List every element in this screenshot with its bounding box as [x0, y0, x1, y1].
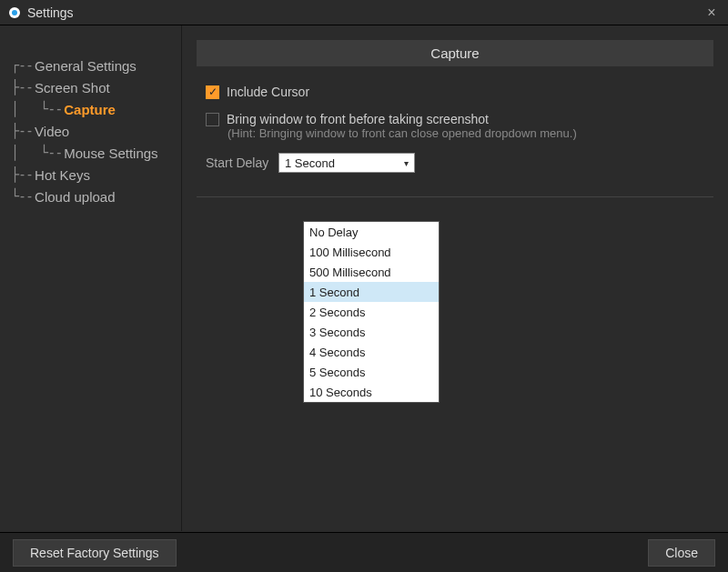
tree-branch: ┌-- — [11, 57, 33, 74]
sidebar-item-general[interactable]: ┌-- General Settings — [11, 55, 177, 76]
dropdown-option[interactable]: No Delay — [304, 222, 439, 242]
dropdown-option[interactable]: 500 Millisecond — [304, 262, 439, 282]
bring-front-label: Bring window to front before taking scre… — [227, 112, 489, 126]
sidebar-item-label: Cloud upload — [35, 189, 115, 205]
bring-front-row[interactable]: Bring window to front before taking scre… — [206, 112, 704, 126]
bring-front-hint: (Hint: Bringing window to front can clos… — [228, 126, 704, 140]
sidebar-item-label: Video — [35, 124, 69, 139]
dropdown-option-selected[interactable]: 1 Second — [304, 282, 439, 302]
dropdown-option[interactable]: 3 Seconds — [304, 322, 439, 342]
reset-factory-button[interactable]: Reset Factory Settings — [13, 539, 177, 567]
tree-branch: └-- — [11, 188, 33, 205]
start-delay-dropdown[interactable]: No Delay 100 Millisecond 500 Millisecond… — [303, 221, 440, 403]
tree-branch: ├-- — [11, 79, 33, 95]
sidebar-item-capture[interactable]: │ └-- Capture — [11, 98, 177, 120]
sidebar-item-label: Capture — [64, 102, 116, 117]
app-icon — [7, 5, 22, 20]
sidebar-item-hotkeys[interactable]: ├-- Hot Keys — [11, 164, 177, 186]
tree-branch: │ └-- — [11, 145, 62, 161]
sidebar-item-label: Screen Shot — [35, 80, 110, 95]
sidebar-item-screenshot[interactable]: ├-- Screen Shot — [11, 76, 177, 98]
dropdown-option[interactable]: 100 Millisecond — [304, 242, 439, 262]
tree-branch: ├-- — [11, 123, 33, 139]
sidebar: ┌-- General Settings ├-- Screen Shot │ └… — [0, 25, 182, 531]
sidebar-item-mouse-settings[interactable]: │ └-- Mouse Settings — [11, 142, 177, 164]
chevron-down-icon: ▾ — [404, 158, 409, 168]
start-delay-label: Start Delay — [206, 156, 278, 170]
include-cursor-row[interactable]: ✓ Include Cursor — [206, 85, 704, 99]
start-delay-select[interactable]: 1 Second ▾ — [278, 153, 415, 173]
close-icon[interactable]: × — [703, 5, 721, 21]
window-title: Settings — [27, 5, 703, 20]
panel-body: ✓ Include Cursor Bring window to front b… — [197, 66, 713, 197]
dropdown-option[interactable]: 5 Seconds — [304, 362, 439, 382]
sidebar-item-label: Mouse Settings — [64, 146, 157, 161]
dropdown-option[interactable]: 4 Seconds — [304, 342, 439, 362]
footer: Reset Factory Settings Close — [0, 532, 728, 572]
dropdown-option[interactable]: 2 Seconds — [304, 302, 439, 322]
sidebar-item-label: Hot Keys — [35, 167, 90, 183]
sidebar-item-video[interactable]: ├-- Video — [11, 120, 177, 142]
include-cursor-label: Include Cursor — [227, 85, 309, 99]
sidebar-item-cloud-upload[interactable]: └-- Cloud upload — [11, 186, 177, 207]
include-cursor-checkbox[interactable]: ✓ — [206, 85, 219, 99]
tree-branch: ├-- — [11, 166, 33, 183]
tree-branch: │ └-- — [11, 101, 62, 117]
sidebar-item-label: General Settings — [35, 58, 136, 74]
dropdown-option[interactable]: 10 Seconds — [304, 382, 439, 402]
start-delay-value: 1 Second — [285, 156, 404, 170]
titlebar: Settings × — [0, 0, 728, 25]
panel-title: Capture — [197, 40, 713, 66]
close-button[interactable]: Close — [648, 539, 715, 567]
start-delay-row: Start Delay 1 Second ▾ — [206, 153, 704, 173]
bring-front-checkbox[interactable] — [206, 113, 219, 126]
svg-point-1 — [12, 10, 17, 15]
content-panel: Capture ✓ Include Cursor Bring window to… — [182, 25, 728, 531]
